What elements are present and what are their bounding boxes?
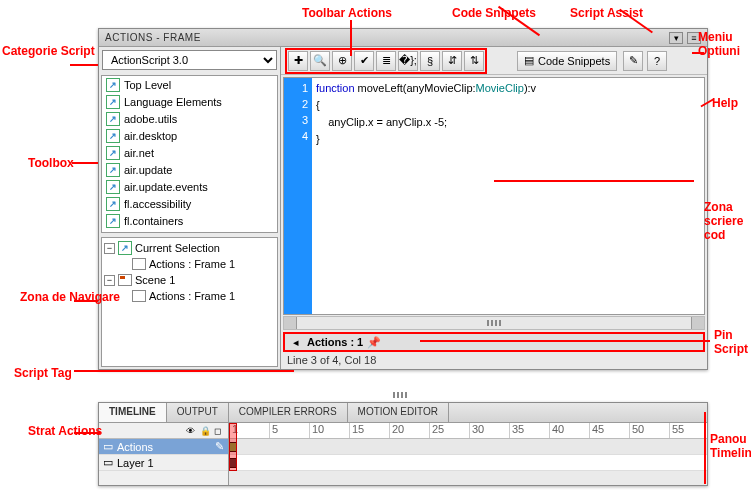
- pencil-icon: ✎: [215, 440, 224, 453]
- nav-actions-frame[interactable]: Actions : Frame 1: [104, 288, 275, 304]
- panel-resize-grip[interactable]: [380, 392, 420, 400]
- package-icon: ↗: [106, 95, 120, 109]
- horizontal-scrollbar[interactable]: [283, 316, 705, 330]
- layer-row-actions[interactable]: ▭ Actions ✎: [99, 439, 228, 455]
- help-button[interactable]: ?: [647, 51, 667, 71]
- annot-toolbox: Toolbox: [28, 156, 74, 170]
- toolbox-item[interactable]: ↗air.desktop: [102, 127, 277, 144]
- tab-timeline[interactable]: TIMELINE: [99, 403, 167, 422]
- nav-actions-frame[interactable]: Actions : Frame 1: [104, 256, 275, 272]
- layer-name: Actions: [117, 441, 153, 453]
- annot-zona-scriere: Zona scriere cod: [704, 200, 744, 242]
- package-icon: ↗: [106, 112, 120, 126]
- actions-panel: ACTIONS - FRAME ▾ ≡ ActionScript 3.0 ↗To…: [98, 28, 708, 370]
- playhead[interactable]: [229, 423, 237, 471]
- panel-title: ACTIONS - FRAME: [105, 32, 201, 43]
- nav-label: Scene 1: [135, 274, 175, 286]
- collapse-panel-button[interactable]: ▾: [669, 32, 683, 44]
- package-icon: ↗: [106, 129, 120, 143]
- annot-categorie-script: Categorie Script: [2, 44, 95, 58]
- layer-row-layer1[interactable]: ▭ Layer 1: [99, 455, 228, 471]
- outline-icon[interactable]: ◻: [214, 426, 224, 436]
- timeline-panel: TIMELINE OUTPUT COMPILER ERRORS MOTION E…: [98, 402, 708, 486]
- toolbox-item-label: air.update.events: [124, 181, 208, 193]
- layer-header: 👁 🔒 ◻: [99, 423, 228, 439]
- script-navigator[interactable]: − ↗ Current Selection Actions : Frame 1 …: [101, 237, 278, 367]
- nav-scene[interactable]: − Scene 1: [104, 272, 275, 288]
- collapse-block-button[interactable]: ⇵: [442, 51, 462, 71]
- tree-collapse-icon[interactable]: −: [104, 275, 115, 286]
- toolbox-list[interactable]: ↗Top Level ↗Language Elements ↗adobe.uti…: [101, 75, 278, 233]
- annot-pin-script: Pin Script: [714, 328, 751, 356]
- annot-panou-timeline: Panou Timeline: [710, 432, 751, 460]
- package-icon: ↗: [106, 78, 120, 92]
- toolbox-item[interactable]: ↗fl.containers: [102, 212, 277, 229]
- code-text-area[interactable]: function moveLeft(anyMovieClip:MovieClip…: [312, 78, 704, 314]
- script-tab-label[interactable]: Actions : 1: [307, 336, 363, 348]
- nav-label: Actions : Frame 1: [149, 290, 235, 302]
- toolbox-item[interactable]: ↗Top Level: [102, 76, 277, 93]
- annot-toolbar-actions: Toolbar Actions: [302, 6, 392, 20]
- toolbox-item[interactable]: ↗Language Elements: [102, 93, 277, 110]
- code-editor[interactable]: 1 2 3 4 function moveLeft(anyMovieClip:M…: [283, 77, 705, 315]
- auto-format-button[interactable]: ≣: [376, 51, 396, 71]
- annot-meniu-optiuni: Meniu Optiuni: [698, 30, 751, 58]
- frame-icon: [132, 258, 146, 270]
- annot-strat-actions: Strat Actions: [28, 424, 102, 438]
- toolbox-item-label: fl.containers: [124, 215, 183, 227]
- package-icon: ↗: [106, 146, 120, 160]
- annot-help: Help: [712, 96, 738, 110]
- panel-titlebar: ACTIONS - FRAME ▾ ≡: [99, 29, 707, 47]
- eye-icon[interactable]: 👁: [186, 426, 196, 436]
- selection-icon: ↗: [118, 241, 132, 255]
- toolbar-actions-group: ✚ 🔍 ⊕ ✔ ≣ �}; § ⇵ ⇅: [285, 48, 487, 74]
- toolbox-item-label: Top Level: [124, 79, 171, 91]
- pin-script-icon[interactable]: 📌: [367, 335, 381, 349]
- script-category-select[interactable]: ActionScript 3.0: [102, 50, 277, 70]
- package-icon: ↗: [106, 214, 120, 228]
- toolbox-item[interactable]: ↗air.update: [102, 161, 277, 178]
- script-assist-button[interactable]: ✎: [623, 51, 643, 71]
- toolbox-item[interactable]: ↗adobe.utils: [102, 110, 277, 127]
- layer-column: 👁 🔒 ◻ ▭ Actions ✎ ▭ Layer 1: [99, 423, 229, 485]
- lock-icon[interactable]: 🔒: [200, 426, 210, 436]
- code-snippets-label: Code Snippets: [538, 55, 610, 67]
- debug-options-button[interactable]: §: [420, 51, 440, 71]
- toolbox-item-label: air.net: [124, 147, 154, 159]
- toolbox-item[interactable]: ↗air.update.events: [102, 178, 277, 195]
- script-tab-bar: ◂ Actions : 1 📌: [283, 332, 705, 352]
- frames-layer1[interactable]: [229, 455, 707, 471]
- timeline-tabs: TIMELINE OUTPUT COMPILER ERRORS MOTION E…: [99, 403, 707, 423]
- actions-toolbar: ✚ 🔍 ⊕ ✔ ≣ �}; § ⇵ ⇅ ▤ Code Snippets ✎ ?: [281, 47, 707, 75]
- toolbox-item-label: fl.accessibility: [124, 198, 191, 210]
- nav-current-selection[interactable]: − ↗ Current Selection: [104, 240, 275, 256]
- tab-motion-editor[interactable]: MOTION EDITOR: [348, 403, 449, 422]
- layer-name: Layer 1: [117, 457, 154, 469]
- snippets-icon: ▤: [524, 54, 534, 67]
- annot-code-snippets: Code Snippets: [452, 6, 536, 20]
- target-path-button[interactable]: ⊕: [332, 51, 352, 71]
- toolbox-item-label: Language Elements: [124, 96, 222, 108]
- layer-icon: ▭: [103, 440, 113, 453]
- tab-output[interactable]: OUTPUT: [167, 403, 229, 422]
- frames-actions-layer[interactable]: [229, 439, 707, 455]
- package-icon: ↗: [106, 197, 120, 211]
- tree-collapse-icon[interactable]: −: [104, 243, 115, 254]
- toolbox-item[interactable]: ↗fl.accessibility: [102, 195, 277, 212]
- pin-left-icon[interactable]: ◂: [289, 335, 303, 349]
- line-gutter: 1 2 3 4: [284, 78, 312, 314]
- expand-block-button[interactable]: ⇅: [464, 51, 484, 71]
- find-button[interactable]: 🔍: [310, 51, 330, 71]
- frames-area[interactable]: 1510152025303540455055: [229, 423, 707, 485]
- annot-zona-navigare: Zona de Navigare: [20, 290, 120, 304]
- show-hint-button[interactable]: �};: [398, 51, 418, 71]
- add-script-button[interactable]: ✚: [288, 51, 308, 71]
- code-snippets-button[interactable]: ▤ Code Snippets: [517, 51, 617, 71]
- frame-icon: [132, 290, 146, 302]
- annot-script-assist: Script Assist: [570, 6, 643, 20]
- check-syntax-button[interactable]: ✔: [354, 51, 374, 71]
- tab-compiler-errors[interactable]: COMPILER ERRORS: [229, 403, 348, 422]
- frame-ruler[interactable]: 1510152025303540455055: [229, 423, 707, 439]
- toolbox-item[interactable]: ↗air.net: [102, 144, 277, 161]
- nav-label: Actions : Frame 1: [149, 258, 235, 270]
